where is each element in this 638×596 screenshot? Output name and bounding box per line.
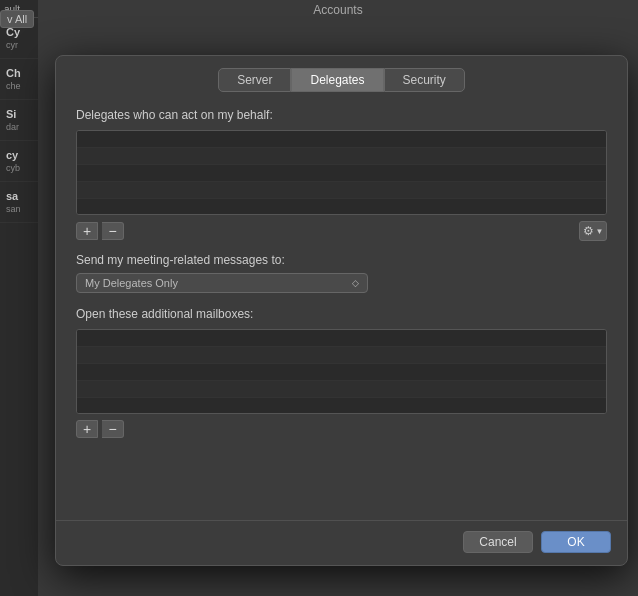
window-title: Accounts	[313, 3, 362, 17]
sidebar-item-ch[interactable]: Chche	[0, 59, 38, 100]
list-row	[77, 330, 606, 347]
sidebar-item-cy2[interactable]: cycyb	[0, 141, 38, 182]
mailboxes-list[interactable]	[76, 329, 607, 414]
meeting-select-chevron-icon: ◇	[352, 278, 359, 288]
tab-bar: Server Delegates Security	[56, 56, 627, 92]
cancel-button[interactable]: Cancel	[463, 531, 533, 553]
gear-chevron-icon: ▼	[596, 227, 604, 236]
list-row	[77, 347, 606, 364]
mailboxes-button-row: + −	[76, 420, 607, 438]
sidebar-item-sa[interactable]: sasan	[0, 182, 38, 223]
tab-security[interactable]: Security	[384, 68, 465, 92]
meeting-select[interactable]: My Delegates Only ◇	[76, 273, 368, 293]
remove-mailbox-button[interactable]: −	[102, 420, 124, 438]
tab-delegates[interactable]: Delegates	[291, 68, 383, 92]
dialog-content: Delegates who can act on my behalf: + − …	[56, 92, 627, 520]
meeting-select-value: My Delegates Only	[85, 277, 178, 289]
list-row	[77, 364, 606, 381]
delegates-list[interactable]	[76, 130, 607, 215]
title-bar: Accounts	[38, 0, 638, 20]
meeting-section: Send my meeting-related messages to: My …	[76, 253, 607, 293]
accounts-dialog: Server Delegates Security Delegates who …	[55, 55, 628, 566]
gear-button[interactable]: ⚙ ▼	[579, 221, 607, 241]
gear-icon: ⚙	[583, 224, 594, 238]
list-row	[77, 199, 606, 215]
delegates-button-row: + − ⚙ ▼	[76, 221, 607, 241]
dialog-footer: Cancel OK	[56, 520, 627, 565]
sidebar: ault Cycyr Chche Sidar cycyb sasan	[0, 0, 38, 596]
remove-delegate-button[interactable]: −	[102, 222, 124, 240]
tab-server[interactable]: Server	[218, 68, 291, 92]
list-row	[77, 131, 606, 148]
sidebar-item-si[interactable]: Sidar	[0, 100, 38, 141]
list-row	[77, 165, 606, 182]
list-row	[77, 398, 606, 414]
add-mailbox-button[interactable]: +	[76, 420, 98, 438]
delegates-label: Delegates who can act on my behalf:	[76, 108, 607, 122]
list-row	[77, 148, 606, 165]
mailboxes-label: Open these additional mailboxes:	[76, 307, 607, 321]
meeting-label: Send my meeting-related messages to:	[76, 253, 607, 267]
list-row	[77, 182, 606, 199]
mailboxes-section: Open these additional mailboxes: + −	[76, 307, 607, 438]
add-delegate-button[interactable]: +	[76, 222, 98, 240]
ok-button[interactable]: OK	[541, 531, 611, 553]
list-row	[77, 381, 606, 398]
view-all-button[interactable]: v All	[0, 10, 34, 28]
